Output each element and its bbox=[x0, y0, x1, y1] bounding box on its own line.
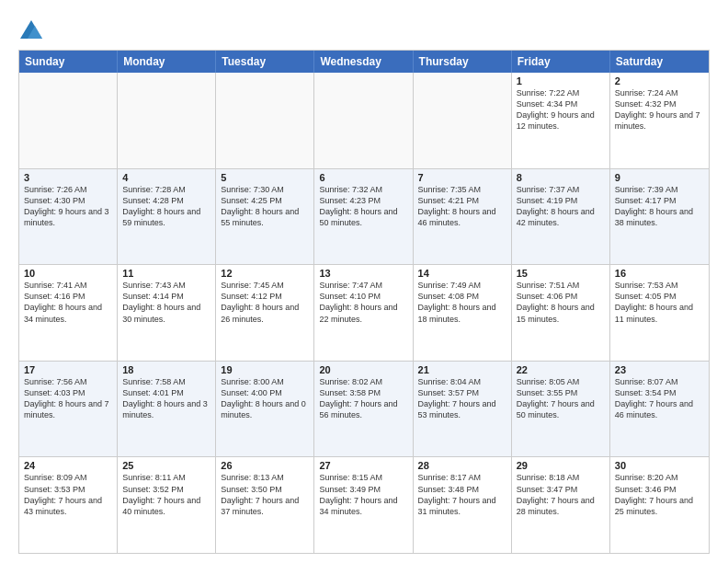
day-info: Sunrise: 7:37 AM Sunset: 4:19 PM Dayligh… bbox=[517, 184, 605, 229]
day-number: 12 bbox=[221, 268, 309, 279]
day-info: Sunrise: 7:39 AM Sunset: 4:17 PM Dayligh… bbox=[615, 184, 704, 229]
logo-icon bbox=[18, 18, 44, 44]
calendar: SundayMondayTuesdayWednesdayThursdayFrid… bbox=[18, 50, 710, 554]
calendar-cell: 24Sunrise: 8:09 AM Sunset: 3:53 PM Dayli… bbox=[19, 457, 118, 553]
day-info: Sunrise: 8:00 AM Sunset: 4:00 PM Dayligh… bbox=[221, 376, 309, 421]
day-info: Sunrise: 8:18 AM Sunset: 3:47 PM Dayligh… bbox=[517, 472, 605, 517]
calendar-cell bbox=[118, 73, 216, 168]
header-cell-thursday: Thursday bbox=[414, 51, 512, 73]
day-number: 19 bbox=[221, 364, 309, 375]
calendar-cell: 22Sunrise: 8:05 AM Sunset: 3:55 PM Dayli… bbox=[512, 362, 610, 457]
calendar-cell: 20Sunrise: 8:02 AM Sunset: 3:58 PM Dayli… bbox=[314, 362, 413, 457]
day-info: Sunrise: 7:41 AM Sunset: 4:16 PM Dayligh… bbox=[24, 280, 112, 325]
header-cell-tuesday: Tuesday bbox=[216, 51, 314, 73]
header-cell-sunday: Sunday bbox=[19, 51, 118, 73]
calendar-cell: 27Sunrise: 8:15 AM Sunset: 3:49 PM Dayli… bbox=[314, 457, 413, 553]
header-cell-wednesday: Wednesday bbox=[314, 51, 413, 73]
calendar-row-2: 3Sunrise: 7:26 AM Sunset: 4:30 PM Daylig… bbox=[19, 168, 709, 265]
day-info: Sunrise: 8:13 AM Sunset: 3:50 PM Dayligh… bbox=[221, 472, 309, 517]
calendar-cell: 3Sunrise: 7:26 AM Sunset: 4:30 PM Daylig… bbox=[19, 169, 118, 265]
calendar-cell: 6Sunrise: 7:32 AM Sunset: 4:23 PM Daylig… bbox=[314, 169, 413, 265]
day-number: 4 bbox=[122, 172, 210, 183]
calendar-cell: 25Sunrise: 8:11 AM Sunset: 3:52 PM Dayli… bbox=[118, 457, 216, 553]
day-info: Sunrise: 7:47 AM Sunset: 4:10 PM Dayligh… bbox=[319, 280, 407, 325]
day-number: 21 bbox=[418, 364, 506, 375]
calendar-cell: 2Sunrise: 7:24 AM Sunset: 4:32 PM Daylig… bbox=[610, 73, 709, 168]
header bbox=[18, 15, 710, 44]
day-info: Sunrise: 7:45 AM Sunset: 4:12 PM Dayligh… bbox=[221, 280, 309, 325]
calendar-cell: 14Sunrise: 7:49 AM Sunset: 4:08 PM Dayli… bbox=[414, 265, 512, 361]
day-info: Sunrise: 7:43 AM Sunset: 4:14 PM Dayligh… bbox=[122, 280, 210, 325]
day-number: 11 bbox=[122, 268, 210, 279]
day-number: 17 bbox=[24, 364, 112, 375]
day-number: 25 bbox=[122, 460, 210, 471]
day-number: 26 bbox=[221, 460, 309, 471]
calendar-cell: 9Sunrise: 7:39 AM Sunset: 4:17 PM Daylig… bbox=[610, 169, 709, 265]
calendar-row-3: 10Sunrise: 7:41 AM Sunset: 4:16 PM Dayli… bbox=[19, 264, 709, 361]
day-info: Sunrise: 7:24 AM Sunset: 4:32 PM Dayligh… bbox=[615, 87, 704, 132]
day-number: 15 bbox=[517, 268, 605, 279]
day-number: 10 bbox=[24, 268, 112, 279]
day-number: 13 bbox=[319, 268, 407, 279]
day-info: Sunrise: 8:07 AM Sunset: 3:54 PM Dayligh… bbox=[615, 376, 704, 421]
day-info: Sunrise: 7:53 AM Sunset: 4:05 PM Dayligh… bbox=[615, 280, 704, 325]
calendar-cell bbox=[414, 73, 512, 168]
day-number: 2 bbox=[615, 75, 704, 86]
day-info: Sunrise: 7:49 AM Sunset: 4:08 PM Dayligh… bbox=[418, 280, 506, 325]
day-info: Sunrise: 8:15 AM Sunset: 3:49 PM Dayligh… bbox=[319, 472, 407, 517]
day-number: 18 bbox=[122, 364, 210, 375]
day-info: Sunrise: 7:58 AM Sunset: 4:01 PM Dayligh… bbox=[122, 376, 210, 421]
day-info: Sunrise: 7:56 AM Sunset: 4:03 PM Dayligh… bbox=[24, 376, 112, 421]
calendar-cell: 21Sunrise: 8:04 AM Sunset: 3:57 PM Dayli… bbox=[414, 362, 512, 457]
day-number: 1 bbox=[517, 75, 605, 86]
day-info: Sunrise: 8:05 AM Sunset: 3:55 PM Dayligh… bbox=[517, 376, 605, 421]
calendar-cell: 15Sunrise: 7:51 AM Sunset: 4:06 PM Dayli… bbox=[512, 265, 610, 361]
day-number: 9 bbox=[615, 172, 704, 183]
day-number: 16 bbox=[615, 268, 704, 279]
day-info: Sunrise: 7:35 AM Sunset: 4:21 PM Dayligh… bbox=[418, 184, 506, 229]
calendar-cell: 7Sunrise: 7:35 AM Sunset: 4:21 PM Daylig… bbox=[414, 169, 512, 265]
calendar-body: 1Sunrise: 7:22 AM Sunset: 4:34 PM Daylig… bbox=[19, 73, 709, 553]
calendar-cell: 12Sunrise: 7:45 AM Sunset: 4:12 PM Dayli… bbox=[216, 265, 314, 361]
calendar-cell: 26Sunrise: 8:13 AM Sunset: 3:50 PM Dayli… bbox=[216, 457, 314, 553]
calendar-cell bbox=[19, 73, 118, 168]
calendar-cell: 5Sunrise: 7:30 AM Sunset: 4:25 PM Daylig… bbox=[216, 169, 314, 265]
day-info: Sunrise: 7:32 AM Sunset: 4:23 PM Dayligh… bbox=[319, 184, 407, 229]
day-info: Sunrise: 7:51 AM Sunset: 4:06 PM Dayligh… bbox=[517, 280, 605, 325]
day-info: Sunrise: 8:09 AM Sunset: 3:53 PM Dayligh… bbox=[24, 472, 112, 517]
calendar-header: SundayMondayTuesdayWednesdayThursdayFrid… bbox=[19, 51, 709, 73]
calendar-cell bbox=[216, 73, 314, 168]
header-cell-monday: Monday bbox=[118, 51, 216, 73]
calendar-cell: 11Sunrise: 7:43 AM Sunset: 4:14 PM Dayli… bbox=[118, 265, 216, 361]
day-info: Sunrise: 8:02 AM Sunset: 3:58 PM Dayligh… bbox=[319, 376, 407, 421]
calendar-cell: 8Sunrise: 7:37 AM Sunset: 4:19 PM Daylig… bbox=[512, 169, 610, 265]
day-info: Sunrise: 8:20 AM Sunset: 3:46 PM Dayligh… bbox=[615, 472, 704, 517]
calendar-cell: 4Sunrise: 7:28 AM Sunset: 4:28 PM Daylig… bbox=[118, 169, 216, 265]
day-number: 29 bbox=[517, 460, 605, 471]
calendar-row-4: 17Sunrise: 7:56 AM Sunset: 4:03 PM Dayli… bbox=[19, 361, 709, 457]
calendar-cell: 1Sunrise: 7:22 AM Sunset: 4:34 PM Daylig… bbox=[512, 73, 610, 168]
day-number: 23 bbox=[615, 364, 704, 375]
day-info: Sunrise: 8:11 AM Sunset: 3:52 PM Dayligh… bbox=[122, 472, 210, 517]
calendar-cell: 19Sunrise: 8:00 AM Sunset: 4:00 PM Dayli… bbox=[216, 362, 314, 457]
day-info: Sunrise: 8:04 AM Sunset: 3:57 PM Dayligh… bbox=[418, 376, 506, 421]
day-number: 30 bbox=[615, 460, 704, 471]
day-number: 7 bbox=[418, 172, 506, 183]
day-number: 14 bbox=[418, 268, 506, 279]
day-info: Sunrise: 7:22 AM Sunset: 4:34 PM Dayligh… bbox=[517, 87, 605, 132]
day-number: 20 bbox=[319, 364, 407, 375]
calendar-cell: 28Sunrise: 8:17 AM Sunset: 3:48 PM Dayli… bbox=[414, 457, 512, 553]
day-info: Sunrise: 8:17 AM Sunset: 3:48 PM Dayligh… bbox=[418, 472, 506, 517]
day-number: 3 bbox=[24, 172, 112, 183]
calendar-row-1: 1Sunrise: 7:22 AM Sunset: 4:34 PM Daylig… bbox=[19, 73, 709, 168]
day-number: 5 bbox=[221, 172, 309, 183]
day-number: 28 bbox=[418, 460, 506, 471]
page: SundayMondayTuesdayWednesdayThursdayFrid… bbox=[0, 0, 728, 563]
header-cell-friday: Friday bbox=[512, 51, 610, 73]
day-number: 27 bbox=[319, 460, 407, 471]
calendar-row-5: 24Sunrise: 8:09 AM Sunset: 3:53 PM Dayli… bbox=[19, 456, 709, 553]
day-info: Sunrise: 7:26 AM Sunset: 4:30 PM Dayligh… bbox=[24, 184, 112, 229]
header-cell-saturday: Saturday bbox=[610, 51, 709, 73]
day-info: Sunrise: 7:30 AM Sunset: 4:25 PM Dayligh… bbox=[221, 184, 309, 229]
calendar-cell: 10Sunrise: 7:41 AM Sunset: 4:16 PM Dayli… bbox=[19, 265, 118, 361]
